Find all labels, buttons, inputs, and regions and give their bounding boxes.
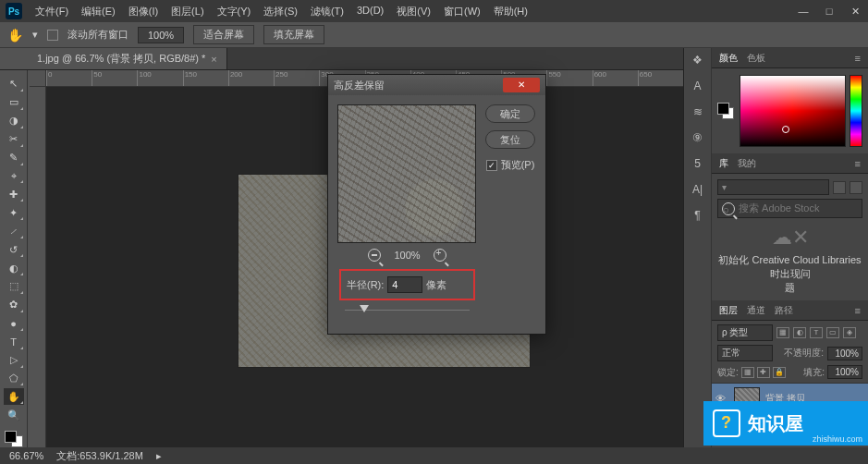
fill-input[interactable]: 100% xyxy=(827,365,862,379)
hand-tool[interactable]: ✋ xyxy=(4,388,24,405)
spot-heal-tool[interactable]: ⌖ xyxy=(4,168,24,185)
grid-view-icon[interactable] xyxy=(850,181,862,194)
brush-tool[interactable]: ✚ xyxy=(4,186,24,202)
lock-pixels-icon[interactable]: ▦ xyxy=(741,367,754,378)
close-button[interactable]: ✕ xyxy=(848,6,862,18)
lock-position-icon[interactable]: ✚ xyxy=(757,367,770,378)
move-tool[interactable]: ↖ xyxy=(4,76,24,92)
swatches-tab[interactable]: 色板 xyxy=(747,52,765,65)
status-doc-size[interactable]: 文档:653.9K/1.28M xyxy=(56,449,143,463)
status-zoom[interactable]: 66.67% xyxy=(9,450,43,461)
info-panel-icon[interactable]: ⑨ xyxy=(690,131,706,148)
color-panel-header: 颜色 色板 ≡ xyxy=(712,48,868,68)
radius-highlight: 半径(R): 像素 xyxy=(339,269,475,300)
libraries-tab[interactable]: 库 xyxy=(719,157,728,170)
menu-type[interactable]: 文字(Y) xyxy=(212,2,257,21)
gradient-tool[interactable]: ◐ xyxy=(4,260,24,276)
eyedropper-tool[interactable]: ✎ xyxy=(4,150,24,166)
high-pass-dialog: 高反差保留 ✕ 100% 半径(R): 像素 确定 复位 ✓ 预览(P) xyxy=(327,74,546,335)
minimize-button[interactable]: — xyxy=(796,6,811,18)
library-search[interactable]: ⌕ 搜索 Adobe Stock xyxy=(717,199,862,218)
radius-input[interactable] xyxy=(387,276,422,293)
fit-screen-button[interactable]: 适合屏幕 xyxy=(193,25,254,44)
status-arrow-icon[interactable]: ▸ xyxy=(156,450,162,462)
reset-button[interactable]: 复位 xyxy=(485,130,535,149)
paragraph-panel-icon[interactable]: ¶ xyxy=(690,209,706,226)
menu-select[interactable]: 选择(S) xyxy=(258,2,303,21)
blend-mode-dropdown[interactable]: 正常 xyxy=(717,345,773,361)
menu-edit[interactable]: 编辑(E) xyxy=(76,2,121,21)
radius-slider[interactable] xyxy=(345,304,470,317)
type-tool[interactable]: T xyxy=(4,334,24,350)
slider-knob[interactable] xyxy=(360,305,369,312)
close-tab-icon[interactable]: × xyxy=(211,54,216,65)
opacity-input[interactable]: 100% xyxy=(827,347,862,360)
color-swatch[interactable] xyxy=(717,103,734,119)
ruler-vertical[interactable] xyxy=(30,87,46,447)
tool-preset-dropdown[interactable]: ▾ xyxy=(32,29,38,41)
menu-layer[interactable]: 图层(L) xyxy=(165,2,209,21)
menu-window[interactable]: 窗口(W) xyxy=(438,2,486,21)
properties-panel-icon[interactable]: 5 xyxy=(690,157,706,174)
shape-tool[interactable]: ⬠ xyxy=(4,371,24,387)
dialog-titlebar[interactable]: 高反差保留 ✕ xyxy=(328,75,545,95)
zoom-out-icon[interactable] xyxy=(368,249,381,262)
document-tab[interactable]: 1.jpg @ 66.7% (背景 拷贝, RGB/8#) * × xyxy=(28,48,227,69)
layers-tab[interactable]: 图层 xyxy=(719,304,738,317)
color-swatches[interactable] xyxy=(5,431,23,447)
menu-filter[interactable]: 滤镜(T) xyxy=(305,2,349,21)
panel-menu-icon[interactable]: ≡ xyxy=(855,158,861,169)
zoom-tool[interactable]: 🔍 xyxy=(4,407,24,423)
filter-preview[interactable] xyxy=(337,104,476,243)
filter-smart-icon[interactable]: ◈ xyxy=(843,327,856,338)
main-menu: 文件(F) 编辑(E) 图像(I) 图层(L) 文字(Y) 选择(S) 滤镜(T… xyxy=(30,2,533,21)
preview-checkbox[interactable]: ✓ xyxy=(486,160,497,171)
app-logo: Ps xyxy=(6,3,22,19)
ok-button[interactable]: 确定 xyxy=(485,104,535,123)
color-field[interactable] xyxy=(740,75,846,147)
lasso-tool[interactable]: ◑ xyxy=(4,113,24,129)
layer-filter-dropdown[interactable]: ρ 类型 xyxy=(717,324,773,341)
adjustments-tab[interactable]: 我的 xyxy=(738,157,756,170)
zoom-level-input[interactable]: 100% xyxy=(138,27,184,43)
history-brush-tool[interactable]: ⟋ xyxy=(4,223,24,239)
menu-3d[interactable]: 3D(D) xyxy=(351,2,389,21)
preview-zoom-label: 100% xyxy=(394,250,420,261)
paths-tab[interactable]: 路径 xyxy=(775,304,793,317)
character-panel-icon[interactable]: A xyxy=(690,79,706,96)
filter-adjust-icon[interactable]: ◐ xyxy=(793,327,806,338)
filter-shape-icon[interactable]: ▭ xyxy=(826,327,839,338)
crop-tool[interactable]: ✂ xyxy=(4,131,24,148)
glyphs-panel-icon[interactable]: A| xyxy=(690,183,706,200)
path-select-tool[interactable]: ▷ xyxy=(4,352,24,369)
dialog-close-button[interactable]: ✕ xyxy=(503,78,540,92)
dodge-tool[interactable]: ✿ xyxy=(4,297,24,313)
menu-image[interactable]: 图像(I) xyxy=(123,2,164,21)
ruler-corner xyxy=(30,70,46,87)
lock-all-icon[interactable]: 🔒 xyxy=(773,367,786,378)
search-placeholder: 搜索 Adobe Stock xyxy=(739,201,819,215)
maximize-button[interactable]: □ xyxy=(822,6,837,18)
zoom-in-icon[interactable] xyxy=(434,249,446,262)
list-view-icon[interactable] xyxy=(833,181,846,194)
library-dropdown[interactable]: ▾ xyxy=(717,179,829,195)
channels-tab[interactable]: 通道 xyxy=(747,304,765,317)
marquee-tool[interactable]: ▭ xyxy=(4,94,24,111)
eraser-tool[interactable]: ↺ xyxy=(4,241,24,258)
menu-file[interactable]: 文件(F) xyxy=(30,2,74,21)
history-panel-icon[interactable]: ❖ xyxy=(690,54,706,70)
actions-panel-icon[interactable]: ≋ xyxy=(690,105,706,122)
stamp-tool[interactable]: ✦ xyxy=(4,204,24,221)
filter-type-icon[interactable]: T xyxy=(810,327,823,338)
filter-pixel-icon[interactable]: ▦ xyxy=(776,327,789,338)
panel-menu-icon[interactable]: ≡ xyxy=(855,53,861,64)
menu-help[interactable]: 帮助(H) xyxy=(488,2,533,21)
fill-screen-button[interactable]: 填充屏幕 xyxy=(263,25,324,44)
scroll-all-checkbox[interactable] xyxy=(47,30,58,41)
blur-tool[interactable]: ⬚ xyxy=(4,278,24,295)
panel-menu-icon[interactable]: ≡ xyxy=(855,305,861,316)
color-tab[interactable]: 颜色 xyxy=(719,52,738,65)
menu-view[interactable]: 视图(V) xyxy=(391,2,436,21)
pen-tool[interactable]: ● xyxy=(4,315,24,332)
hue-slider[interactable] xyxy=(850,75,862,147)
